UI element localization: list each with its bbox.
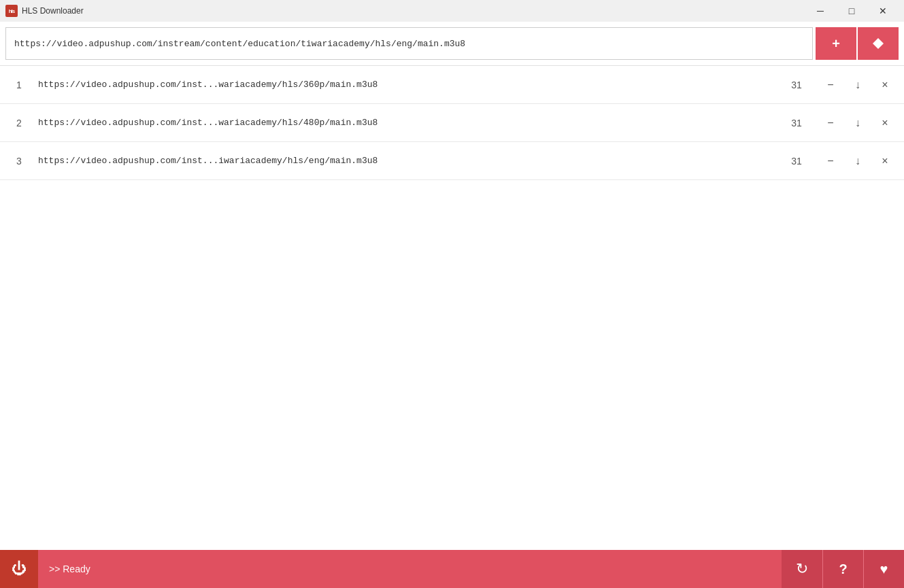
diamond-icon bbox=[871, 37, 885, 50]
heart-icon: ♥ bbox=[880, 561, 888, 577]
row-minus-button[interactable]: − bbox=[817, 73, 844, 97]
row-minus-button[interactable]: − bbox=[817, 149, 844, 173]
title-bar: hls HLS Downloader ─ □ ✕ bbox=[0, 0, 904, 22]
add-url-button[interactable]: + bbox=[816, 27, 856, 60]
power-button[interactable]: ⏻ bbox=[0, 550, 38, 588]
status-text: >> Ready bbox=[38, 564, 782, 574]
row-count: 31 bbox=[776, 80, 817, 90]
maximize-button[interactable]: □ bbox=[836, 0, 867, 22]
row-count: 31 bbox=[776, 118, 817, 128]
row-index: 2 bbox=[5, 118, 33, 128]
table-row: 2 https://video.adpushup.com/inst...wari… bbox=[0, 104, 904, 142]
row-url: https://video.adpushup.com/inst...wariac… bbox=[33, 118, 776, 128]
close-button[interactable]: ✕ bbox=[867, 0, 899, 22]
close-icon: × bbox=[882, 155, 888, 167]
refresh-icon: ↻ bbox=[796, 560, 808, 578]
row-remove-button[interactable]: × bbox=[871, 149, 899, 173]
download-icon: ↓ bbox=[855, 79, 860, 91]
row-remove-button[interactable]: × bbox=[871, 73, 899, 97]
row-download-button[interactable]: ↓ bbox=[844, 73, 871, 97]
row-url: https://video.adpushup.com/inst...wariac… bbox=[33, 80, 776, 90]
close-icon: × bbox=[882, 79, 888, 91]
row-count: 31 bbox=[776, 156, 817, 167]
minus-icon: − bbox=[827, 155, 833, 167]
power-icon: ⏻ bbox=[12, 560, 27, 578]
url-bar-area: + bbox=[0, 22, 904, 66]
download-icon: ↓ bbox=[855, 117, 860, 129]
heart-button[interactable]: ♥ bbox=[863, 550, 904, 588]
help-icon: ? bbox=[839, 561, 847, 577]
help-button[interactable]: ? bbox=[822, 550, 863, 588]
minus-icon: − bbox=[827, 79, 833, 91]
row-index: 3 bbox=[5, 156, 33, 167]
row-minus-button[interactable]: − bbox=[817, 111, 844, 135]
app-icon: hls bbox=[5, 5, 18, 17]
main-content: + 1 https://video.adpushup.com/inst...wa… bbox=[0, 22, 904, 550]
minimize-button[interactable]: ─ bbox=[805, 0, 836, 22]
download-list: 1 https://video.adpushup.com/inst...wari… bbox=[0, 66, 904, 550]
row-url: https://video.adpushup.com/inst...iwaria… bbox=[33, 156, 776, 166]
window-controls: ─ □ ✕ bbox=[805, 0, 899, 22]
svg-marker-0 bbox=[873, 38, 884, 49]
url-input[interactable] bbox=[5, 27, 813, 60]
row-download-button[interactable]: ↓ bbox=[844, 111, 871, 135]
status-right-buttons: ↻ ? ♥ bbox=[782, 550, 904, 588]
download-icon: ↓ bbox=[855, 155, 860, 167]
table-row: 1 https://video.adpushup.com/inst...wari… bbox=[0, 66, 904, 104]
app-title: HLS Downloader bbox=[22, 6, 805, 16]
row-index: 1 bbox=[5, 80, 33, 90]
minus-icon: − bbox=[827, 117, 833, 129]
table-row: 3 https://video.adpushup.com/inst...iwar… bbox=[0, 142, 904, 180]
row-remove-button[interactable]: × bbox=[871, 111, 899, 135]
row-download-button[interactable]: ↓ bbox=[844, 149, 871, 173]
clear-url-button[interactable] bbox=[858, 27, 899, 60]
close-icon: × bbox=[882, 117, 888, 129]
refresh-button[interactable]: ↻ bbox=[782, 550, 822, 588]
status-bar: ⏻ >> Ready ↻ ? ♥ bbox=[0, 550, 904, 588]
